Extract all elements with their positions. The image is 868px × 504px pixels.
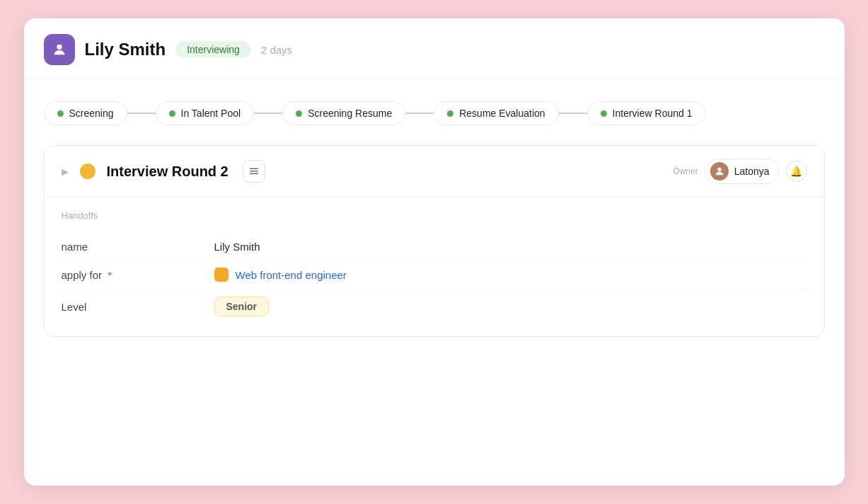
owner-name: Latonya xyxy=(734,166,770,177)
field-row-level: Level Senior xyxy=(62,290,807,323)
interview-round-card: ▶ Interview Round 2 Owner xyxy=(44,145,825,337)
owner-avatar xyxy=(710,162,729,181)
pipeline-connector xyxy=(405,113,434,114)
header: Lily Smith Interviewing 2 days xyxy=(24,18,845,79)
pipeline-connector xyxy=(254,113,282,114)
required-asterisk: * xyxy=(108,269,112,281)
step-dot xyxy=(296,110,302,117)
card-header: ▶ Interview Round 2 Owner xyxy=(45,146,824,197)
status-badge: Interviewing xyxy=(175,41,251,58)
field-value-name: Lily Smith xyxy=(214,241,260,253)
svg-rect-3 xyxy=(250,173,258,174)
field-value-apply-for[interactable]: Web front-end engineer xyxy=(236,269,347,281)
field-row-apply-for: apply for * Web front-end engineer xyxy=(62,260,807,290)
notification-bell-button[interactable]: 🔔 xyxy=(786,161,807,182)
pipeline-step-screening-resume[interactable]: Screening Resume xyxy=(282,101,405,125)
handoffs-section: Handoffs name Lily Smith apply for * Web… xyxy=(45,197,824,336)
pipeline-connector xyxy=(127,113,156,114)
apply-for-value-container: Web front-end engineer xyxy=(214,268,347,282)
pipeline-step-resume-evaluation[interactable]: Resume Evaluation xyxy=(434,101,558,125)
apply-for-icon xyxy=(214,268,228,282)
field-label-apply-for: apply for * xyxy=(62,269,203,281)
step-dot xyxy=(447,110,453,117)
field-row-name: name Lily Smith xyxy=(62,234,807,260)
svg-rect-1 xyxy=(250,168,258,169)
list-icon-button[interactable] xyxy=(243,160,265,183)
step-dot xyxy=(601,110,607,117)
step-label: Screening Resume xyxy=(308,108,392,119)
card-status-dot xyxy=(80,164,96,179)
pipeline-connector xyxy=(559,113,587,114)
app-window: Lily Smith Interviewing 2 days Screening… xyxy=(24,18,845,486)
field-label-level: Level xyxy=(62,301,203,313)
avatar xyxy=(44,34,75,65)
step-label: In Talent Pool xyxy=(181,108,241,119)
svg-point-0 xyxy=(57,45,62,50)
level-badge: Senior xyxy=(214,297,270,316)
owner-label: Owner xyxy=(673,166,698,176)
step-dot xyxy=(57,110,64,117)
handoffs-label: Handoffs xyxy=(62,210,807,221)
step-dot xyxy=(169,110,175,117)
owner-section: Owner Latonya 🔔 xyxy=(673,159,806,184)
days-label: 2 days xyxy=(261,44,292,56)
pipeline-step-interview-round-1[interactable]: Interview Round 1 xyxy=(587,101,706,125)
candidate-name: Lily Smith xyxy=(85,40,166,59)
pipeline-step-screening[interactable]: Screening xyxy=(44,101,127,125)
card-area: ▶ Interview Round 2 Owner xyxy=(24,145,845,354)
step-label: Resume Evaluation xyxy=(459,108,545,119)
field-label-name: name xyxy=(62,241,203,253)
step-label: Interview Round 1 xyxy=(613,108,693,119)
svg-rect-2 xyxy=(250,171,258,171)
pipeline-step-in-talent-pool[interactable]: In Talent Pool xyxy=(156,101,255,125)
card-title: Interview Round 2 xyxy=(107,164,228,180)
svg-point-4 xyxy=(717,168,721,171)
expand-icon[interactable]: ▶ xyxy=(62,166,69,177)
step-label: Screening xyxy=(69,108,114,119)
pipeline: Screening In Talent Pool Screening Resum… xyxy=(24,79,845,145)
owner-pill[interactable]: Latonya xyxy=(705,159,779,184)
